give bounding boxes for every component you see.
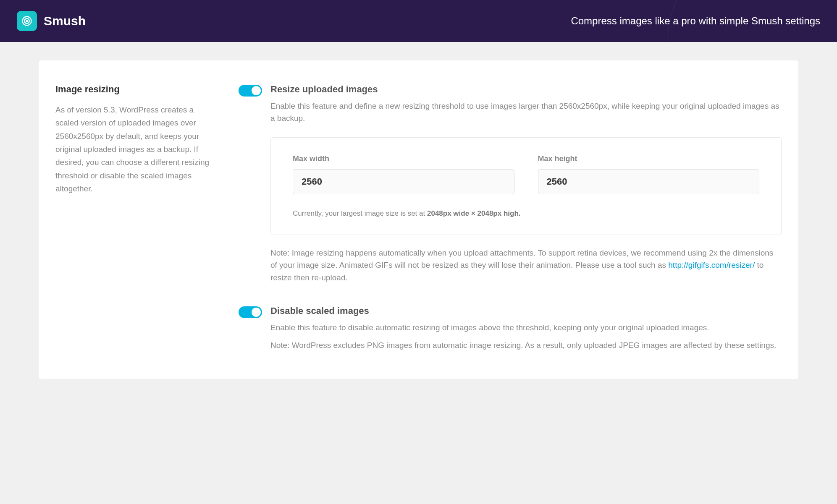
app-name: Smush — [44, 14, 86, 28]
gifgifs-link[interactable]: http://gifgifs.com/resizer/ — [668, 261, 755, 269]
resize-toggle[interactable] — [239, 85, 262, 97]
resize-setting: Resize uploaded images Enable this featu… — [239, 84, 782, 284]
logo-wrap: Smush — [17, 11, 86, 31]
smush-logo-icon — [17, 11, 37, 31]
disable-scaled-description: Enable this feature to disable automatic… — [270, 321, 782, 334]
hint-bold: 2048px wide × 2048px high. — [427, 209, 521, 217]
hint-prefix: Currently, your largest image size is se… — [293, 209, 427, 217]
app-header: Smush Compress images like a pro with si… — [0, 0, 837, 42]
current-size-hint: Currently, your largest image size is se… — [293, 209, 759, 218]
settings-panel: Image resizing As of version 5.3, WordPr… — [39, 60, 798, 379]
disable-scaled-toggle[interactable] — [239, 306, 262, 318]
max-height-input[interactable] — [538, 169, 760, 194]
settings-content: Resize uploaded images Enable this featu… — [239, 84, 782, 355]
section-info: Image resizing As of version 5.3, WordPr… — [55, 84, 215, 355]
max-height-label: Max height — [538, 154, 760, 163]
resize-note: Note: Image resizing happens automatical… — [270, 247, 782, 284]
section-description: As of version 5.3, WordPress creates a s… — [55, 103, 215, 195]
svg-point-2 — [26, 20, 28, 22]
disable-scaled-note: Note: WordPress excludes PNG images from… — [270, 339, 782, 351]
resize-config-box: Max width Max height Currently, your lar… — [270, 137, 782, 235]
resize-title: Resize uploaded images — [270, 84, 782, 95]
disable-scaled-setting: Disable scaled images Enable this featur… — [239, 306, 782, 351]
max-width-input[interactable] — [293, 169, 514, 194]
resize-description: Enable this feature and define a new res… — [270, 100, 782, 125]
header-tagline: Compress images like a pro with simple S… — [571, 15, 820, 27]
max-width-label: Max width — [293, 154, 514, 163]
disable-scaled-title: Disable scaled images — [270, 306, 782, 316]
section-title: Image resizing — [55, 84, 215, 95]
